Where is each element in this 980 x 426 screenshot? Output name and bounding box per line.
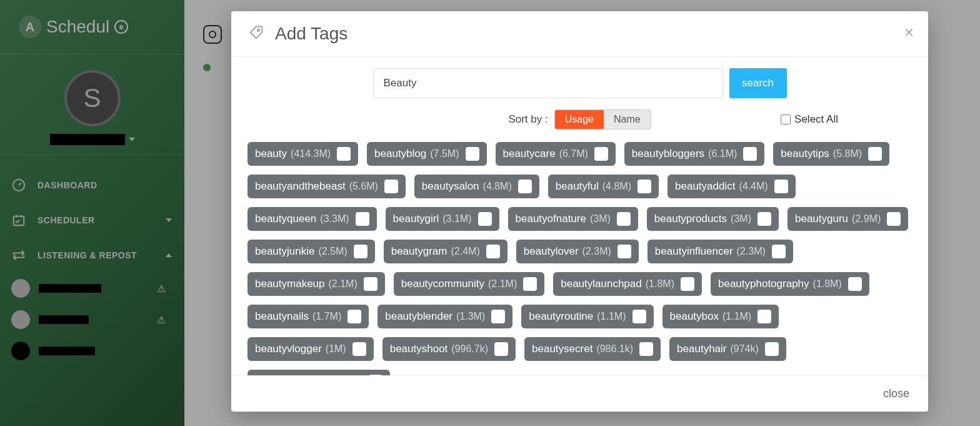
tag-count: (1.1M) [722,311,751,322]
tag-checkbox[interactable] [774,180,788,193]
tag-pill[interactable]: beautyblog(7.5M) [367,142,486,166]
close-icon[interactable]: ✕ [904,25,914,40]
tag-pill[interactable]: beautyinfluencer(2.3M) [648,240,793,263]
tag-name: beautycommunity [401,278,484,290]
tag-pill[interactable]: beautygram(2.4M) [384,240,508,263]
tag-checkbox[interactable] [887,212,901,226]
tag-name: beauty [255,148,287,160]
tag-pill[interactable]: beautyshoot(996.7k) [382,337,516,361]
tag-count: (6.7M) [559,148,588,160]
tag-pill[interactable]: beautyroutine(1.1M) [521,305,653,328]
tag-pill[interactable]: beautybox(1.1M) [662,305,779,328]
tag-pill[interactable]: beautycommunity(2.1M) [394,272,544,296]
tag-checkbox[interactable] [523,277,537,291]
tag-checkbox[interactable] [772,245,786,258]
tag-checkbox[interactable] [352,342,366,356]
tag-pill[interactable]: beautytips(5.8M) [773,142,889,166]
tag-pill[interactable]: beautylaunchpad(1.8M) [553,272,702,296]
tag-checkbox[interactable] [618,245,631,258]
tag-checkbox[interactable] [638,180,651,193]
tag-pill[interactable]: beautyphotography(1.8M) [711,272,869,296]
tag-count: (6.1M) [708,148,737,160]
tag-count: (1M) [326,343,346,355]
tag-pill[interactable]: beautygirl(3.1M) [386,207,499,231]
tag-pill[interactable]: beautybloggers(6.1M) [624,142,765,166]
tag-name: beautybox [670,310,719,323]
tag-pill[interactable]: beautysecret(986.1k) [524,337,661,361]
tag-count: (1.1M) [597,311,626,322]
select-all-checkbox[interactable]: Select All [781,113,838,126]
tag-pill[interactable]: beautyqueen(3.3M) [248,207,377,231]
tag-pill[interactable]: beautyvlogger(1M) [248,337,374,361]
tag-pill[interactable]: beauty(414.3M) [248,142,358,166]
tag-checkbox[interactable] [486,245,500,258]
tag-count: (2.1M) [488,278,517,290]
tag-count: (2.3M) [582,246,611,257]
tag-pill[interactable]: beautyful(4.8M) [548,175,659,198]
tag-name: beautyroutine [529,310,593,323]
tag-checkbox[interactable] [765,342,779,356]
search-button[interactable]: search [729,68,787,98]
tag-checkbox[interactable] [632,310,646,323]
tag-pill[interactable]: beautyaddict(4.4M) [668,175,796,198]
sort-name-button[interactable]: Name [604,110,651,129]
tag-checkbox[interactable] [743,147,757,161]
tag-name: beautybloggers [632,148,704,160]
tag-count: (974k) [730,343,758,355]
tag-pill[interactable]: beautynails(1.7M) [248,305,369,328]
tag-checkbox[interactable] [681,277,694,291]
tag-checkbox[interactable] [384,180,398,193]
tag-name: beautyproducts [654,213,727,225]
tag-checkbox[interactable] [639,342,653,356]
tag-checkbox[interactable] [868,147,882,161]
tag-checkbox[interactable] [364,277,378,291]
tag-name: beautyinfluencer [655,245,733,258]
tag-checkbox[interactable] [348,310,361,323]
tag-checkbox[interactable] [758,212,771,226]
tag-checkbox[interactable] [518,180,532,193]
tag-checkbox[interactable] [466,147,479,161]
tag-checkbox[interactable] [594,147,608,161]
tag-checkbox[interactable] [478,212,492,226]
tag-name: beautyguru [795,213,848,225]
tag-count: (986.1k) [596,343,633,355]
tag-pill[interactable]: beautycare(6.7M) [496,142,616,166]
tag-name: beautynails [255,310,309,323]
tag-search-input[interactable] [373,68,723,98]
tag-checkbox[interactable] [617,212,631,226]
tag-count: (2.1M) [329,278,358,290]
tag-name: beautyandthebeast [255,180,346,193]
tag-checkbox[interactable] [848,277,862,291]
tag-pill[interactable]: beautyguru(2.9M) [788,207,908,231]
tag-pill[interactable]: beautyofnature(3M) [508,207,638,231]
sort-usage-button[interactable]: Usage [555,110,604,129]
tag-checkbox[interactable] [337,147,351,161]
tag-pill[interactable]: beautyjunkie(2.5M) [248,240,375,263]
sort-toggle: Usage Name [554,109,651,129]
tag-pill[interactable]: beautyproduct(969.9k) [248,370,390,375]
tag-count: (4.8M) [602,181,631,192]
tag-count: (3.3M) [320,213,349,225]
tag-pill[interactable]: beautyhair(974k) [669,337,786,361]
tag-name: beautysecret [532,343,592,355]
tag-pill[interactable]: beautysalon(4.8M) [414,175,539,198]
tag-checkbox[interactable] [356,212,369,226]
tag-name: beautysalon [422,180,479,193]
tag-pill[interactable]: beautyandthebeast(5.6M) [248,175,406,198]
tag-name: beautyofnature [516,213,586,225]
tag-checkbox[interactable] [758,310,771,323]
select-all-input[interactable] [781,114,791,124]
tag-pill[interactable]: beautyblender(1.3M) [378,305,512,328]
svg-point-2 [258,29,260,31]
tag-pill[interactable]: beautyproducts(3M) [647,207,779,231]
tag-name: beautyphotography [718,278,809,290]
tag-name: beautycare [503,148,556,160]
tag-checkbox[interactable] [494,342,508,356]
tag-count: (3.1M) [442,213,471,225]
tag-checkbox[interactable] [491,310,505,323]
tag-checkbox[interactable] [354,245,368,258]
tag-pill[interactable]: beautymakeup(2.1M) [248,272,385,296]
close-button[interactable]: close [883,387,909,400]
tag-pill[interactable]: beautylover(2.3M) [516,240,639,263]
tag-name: beautyblender [385,310,452,323]
